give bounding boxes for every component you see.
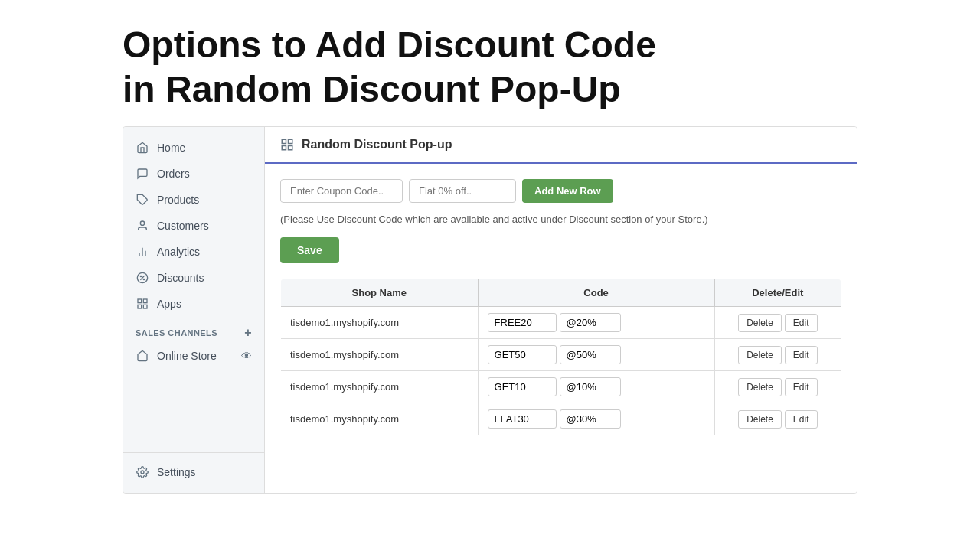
discounts-icon (136, 271, 149, 285)
input-row: Add New Row (280, 179, 841, 203)
sidebar-item-products[interactable]: Products (123, 187, 264, 213)
action-cell: Delete Edit (714, 371, 841, 403)
svg-rect-16 (282, 146, 286, 150)
col-header-code: Code (478, 279, 714, 307)
sidebar-item-discounts[interactable]: Discounts (123, 265, 264, 291)
delete-button[interactable]: Delete (738, 378, 782, 396)
sidebar-item-settings[interactable]: Settings (123, 459, 264, 485)
sidebar: Home Orders Products (123, 127, 265, 493)
content-body: Add New Row (Please Use Discount Code wh… (265, 164, 857, 451)
add-row-button[interactable]: Add New Row (522, 179, 613, 203)
svg-rect-17 (289, 146, 292, 150)
settings-icon (136, 465, 149, 479)
pct-input[interactable] (560, 409, 621, 429)
action-cell: Delete Edit (714, 339, 841, 371)
code-input[interactable] (488, 313, 557, 332)
heading-area: Options to Add Discount Code in Random D… (0, 0, 980, 126)
col-header-actions: Delete/Edit (714, 279, 841, 307)
popup-icon (280, 138, 294, 152)
sidebar-orders-label: Orders (157, 168, 190, 180)
table-row: tisdemo1.myshopify.com Delete Edit (281, 307, 841, 339)
edit-button[interactable]: Edit (785, 314, 818, 332)
sidebar-customers-label: Customers (157, 220, 209, 232)
eye-icon: 👁 (241, 350, 252, 362)
svg-rect-9 (138, 299, 142, 303)
delete-button[interactable]: Delete (738, 410, 782, 429)
online-store-icon (136, 349, 149, 363)
svg-rect-10 (143, 299, 147, 303)
edit-button[interactable]: Edit (785, 378, 818, 396)
sidebar-item-online-store[interactable]: Online Store 👁 (123, 343, 264, 369)
pct-input[interactable] (560, 313, 621, 332)
delete-button[interactable]: Delete (738, 314, 782, 332)
sidebar-item-apps[interactable]: Apps (123, 291, 264, 317)
edit-button[interactable]: Edit (785, 346, 818, 364)
shop-name-cell: tisdemo1.myshopify.com (281, 403, 479, 435)
edit-button[interactable]: Edit (785, 410, 818, 429)
code-cell (478, 403, 714, 435)
coupon-code-input[interactable] (280, 179, 403, 203)
pct-input[interactable] (560, 345, 621, 364)
save-button[interactable]: Save (280, 237, 339, 263)
add-channel-icon[interactable]: + (244, 326, 252, 340)
svg-point-13 (141, 471, 144, 474)
code-input[interactable] (488, 345, 557, 364)
sidebar-products-label: Products (157, 194, 199, 206)
products-icon (136, 193, 149, 207)
col-header-shop: Shop Name (281, 279, 479, 307)
pct-input[interactable] (560, 377, 621, 396)
discount-table: Shop Name Code Delete/Edit tisdemo1.mysh… (280, 279, 841, 435)
sidebar-item-customers[interactable]: Customers (123, 213, 264, 239)
code-input[interactable] (488, 377, 557, 396)
customers-icon (136, 219, 149, 233)
apps-icon (136, 297, 149, 311)
sidebar-apps-label: Apps (157, 298, 181, 310)
main-layout: Home Orders Products (122, 126, 858, 494)
shop-name-cell: tisdemo1.myshopify.com (281, 339, 479, 371)
svg-point-1 (140, 221, 144, 225)
settings-label: Settings (157, 466, 196, 478)
action-cell: Delete Edit (714, 307, 841, 339)
svg-rect-15 (289, 139, 292, 143)
main-content: Random Discount Pop-up Add New Row (Plea… (265, 127, 857, 493)
code-input[interactable] (488, 409, 557, 429)
table-row: tisdemo1.myshopify.com Delete Edit (281, 403, 841, 435)
table-row: tisdemo1.myshopify.com Delete Edit (281, 339, 841, 371)
svg-point-8 (143, 279, 144, 280)
code-cell (478, 339, 714, 371)
sidebar-item-analytics[interactable]: Analytics (123, 239, 264, 265)
svg-rect-11 (138, 305, 142, 309)
table-row: tisdemo1.myshopify.com Delete Edit (281, 371, 841, 403)
shop-name-cell: tisdemo1.myshopify.com (281, 371, 479, 403)
svg-point-7 (140, 276, 141, 277)
svg-rect-14 (282, 139, 286, 143)
notice-text: (Please Use Discount Code which are avai… (280, 214, 841, 225)
online-store-label: Online Store (157, 350, 217, 362)
code-cell (478, 307, 714, 339)
page-heading: Options to Add Discount Code in Random D… (122, 23, 858, 111)
sales-channels-section: SALES CHANNELS + (123, 317, 264, 343)
home-icon (136, 141, 149, 155)
sidebar-home-label: Home (157, 142, 185, 154)
orders-icon (136, 167, 149, 181)
sidebar-item-home[interactable]: Home (123, 135, 264, 161)
action-cell: Delete Edit (714, 403, 841, 435)
shop-name-cell: tisdemo1.myshopify.com (281, 307, 479, 339)
flat-off-input[interactable] (409, 179, 516, 203)
code-cell (478, 371, 714, 403)
svg-rect-12 (143, 305, 147, 309)
sidebar-discounts-label: Discounts (157, 272, 204, 284)
content-header: Random Discount Pop-up (265, 127, 857, 164)
analytics-icon (136, 245, 149, 259)
sidebar-analytics-label: Analytics (157, 246, 200, 258)
content-title: Random Discount Pop-up (302, 138, 452, 152)
sidebar-item-orders[interactable]: Orders (123, 161, 264, 187)
delete-button[interactable]: Delete (738, 346, 782, 364)
